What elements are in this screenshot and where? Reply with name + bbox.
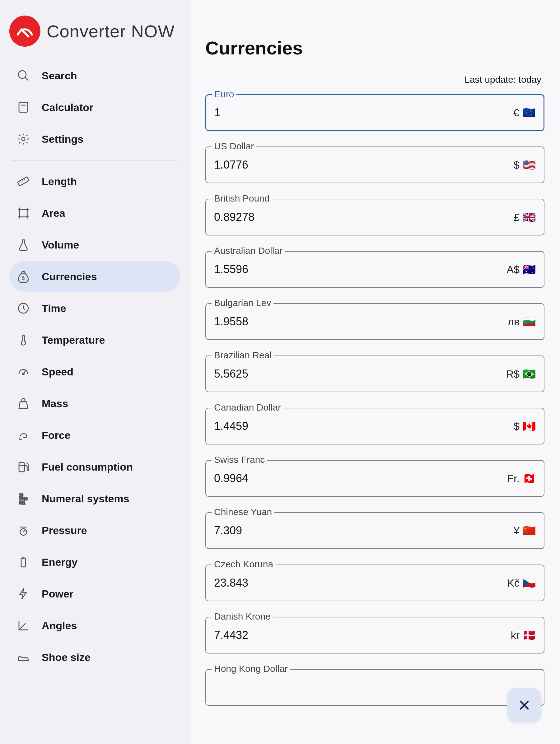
currency-suffix: $ 🇨🇦 [514, 420, 536, 432]
currency-label: Hong Kong Dollar [212, 663, 290, 674]
svg-line-35 [23, 530, 25, 532]
fuel-icon [17, 460, 30, 473]
currency-input[interactable] [214, 367, 506, 380]
sidebar-item-currencies[interactable]: $ Currencies [9, 261, 180, 292]
currency-input[interactable] [214, 576, 507, 589]
flag-icon: 🇧🇷 [523, 368, 536, 380]
sidebar-tool-calculator[interactable]: Calculator [9, 92, 180, 122]
nav-label: Force [42, 429, 71, 441]
currency-input[interactable] [214, 211, 514, 224]
sidebar-item-speed[interactable]: Speed [9, 357, 180, 387]
currency-field-euro[interactable]: Euro € 🇪🇺 [205, 94, 545, 131]
sidebar-tool-search[interactable]: Search [9, 60, 180, 91]
sidebar-item-shoesize[interactable]: Shoe size [9, 642, 180, 672]
sidebar-item-angles[interactable]: Angles [9, 610, 180, 641]
currency-suffix: лв 🇧🇬 [508, 315, 536, 328]
sidebar-item-mass[interactable]: Mass [9, 388, 180, 419]
main-content: Currencies Last update: today Euro € 🇪🇺 … [190, 0, 560, 744]
currency-field-canadian dollar[interactable]: Canadian Dollar $ 🇨🇦 [205, 408, 545, 444]
area-icon [17, 207, 30, 220]
sidebar-item-force[interactable]: Force [9, 420, 180, 450]
svg-point-10 [22, 138, 25, 141]
currency-field-danish krone[interactable]: Danish Krone kr 🇩🇰 [205, 617, 545, 654]
sidebar-item-fuel[interactable]: Fuel consumption [9, 452, 180, 482]
currency-field-bulgarian lev[interactable]: Bulgarian Lev лв 🇧🇬 [205, 303, 545, 340]
currency-label: British Pound [212, 193, 272, 204]
currency-label: Australian Dollar [212, 246, 285, 256]
svg-point-0 [18, 71, 26, 78]
sidebar-item-length[interactable]: Length [9, 166, 180, 196]
nav-label: Length [42, 176, 77, 188]
svg-rect-29 [19, 462, 25, 472]
flag-icon: 🇬🇧 [523, 211, 536, 223]
sidebar-item-volume[interactable]: Volume [9, 229, 180, 260]
currency-label: Czech Koruna [212, 559, 276, 569]
currency-input[interactable] [214, 158, 514, 172]
binary-icon: 101010011 [17, 492, 30, 505]
svg-text:$: $ [22, 275, 25, 281]
currency-input[interactable] [214, 106, 513, 119]
currency-field-australian dollar[interactable]: Australian Dollar A$ 🇦🇺 [205, 251, 545, 288]
nav-label: Time [42, 302, 66, 314]
nav-label: Pressure [42, 524, 87, 536]
svg-rect-15 [20, 209, 27, 217]
search-icon [17, 69, 30, 82]
app-logo-icon [9, 15, 40, 47]
currency-input[interactable] [214, 472, 507, 485]
currency-label: US Dollar [212, 141, 256, 151]
app-title: Converter NOW [47, 21, 175, 41]
currency-field-us dollar[interactable]: US Dollar $ 🇺🇸 [205, 147, 545, 183]
nav-label: Speed [42, 366, 73, 378]
currency-input[interactable] [214, 419, 514, 433]
currency-field-czech koruna[interactable]: Czech Koruna Kč 🇨🇿 [205, 564, 545, 601]
clear-fab[interactable] [507, 688, 542, 722]
nav-label: Mass [42, 398, 68, 410]
currency-label: Canadian Dollar [212, 402, 284, 413]
currency-label: Chinese Yuan [212, 507, 274, 517]
sidebar-item-area[interactable]: Area [9, 198, 180, 228]
thermometer-icon [17, 333, 30, 346]
currency-suffix: £ 🇬🇧 [514, 211, 536, 223]
sidebar-item-power[interactable]: Power [9, 579, 180, 609]
app-logo-row: Converter NOW [9, 12, 180, 59]
currency-input[interactable] [214, 263, 507, 276]
currency-field-brazilian real[interactable]: Brazilian Real R$ 🇧🇷 [205, 356, 545, 392]
currency-field-swiss franc[interactable]: Swiss Franc Fr. 🇨🇭 [205, 460, 545, 497]
svg-line-14 [24, 179, 25, 180]
currency-label: Bulgarian Lev [212, 298, 273, 308]
flag-icon: 🇩🇰 [523, 629, 536, 641]
currency-field-british pound[interactable]: British Pound £ 🇬🇧 [205, 199, 545, 235]
currency-input[interactable] [214, 315, 508, 328]
svg-text:011: 011 [19, 501, 26, 505]
sidebar-item-numeral[interactable]: 101010011 Numeral systems [9, 483, 180, 514]
currency-input[interactable] [214, 629, 511, 642]
flask-icon [17, 238, 30, 251]
shoe-icon [17, 651, 30, 664]
sidebar-item-energy[interactable]: Energy [9, 547, 180, 577]
nav-label: Power [42, 588, 73, 600]
currency-label: Swiss Franc [212, 454, 267, 465]
sidebar-item-pressure[interactable]: Pressure [9, 515, 180, 546]
flag-icon: 🇨🇭 [523, 472, 536, 485]
svg-rect-2 [19, 102, 28, 112]
nav-label: Calculator [42, 101, 94, 114]
calculator-icon [17, 101, 30, 114]
nav-label: Energy [42, 556, 77, 568]
nav-label: Area [42, 207, 65, 219]
flag-icon: 🇨🇳 [523, 524, 536, 537]
moneybag-icon: $ [17, 270, 30, 283]
nav-label: Shoe size [42, 651, 90, 663]
sidebar-item-temperature[interactable]: Temperature [9, 325, 180, 355]
currency-label: Euro [212, 89, 236, 100]
sidebar-tool-settings[interactable]: Settings [9, 124, 180, 154]
currency-suffix: $ 🇺🇸 [514, 159, 536, 171]
currency-field-hong kong dollar[interactable]: Hong Kong Dollar [205, 669, 545, 706]
currency-input[interactable] [214, 681, 536, 694]
currency-field-chinese yuan[interactable]: Chinese Yuan ¥ 🇨🇳 [205, 512, 545, 549]
currency-label: Danish Krone [212, 611, 273, 622]
svg-line-1 [25, 77, 28, 81]
currency-suffix: Fr. 🇨🇭 [507, 472, 536, 485]
clock-icon [17, 302, 30, 315]
sidebar-item-time[interactable]: Time [9, 293, 180, 324]
currency-input[interactable] [214, 524, 514, 537]
